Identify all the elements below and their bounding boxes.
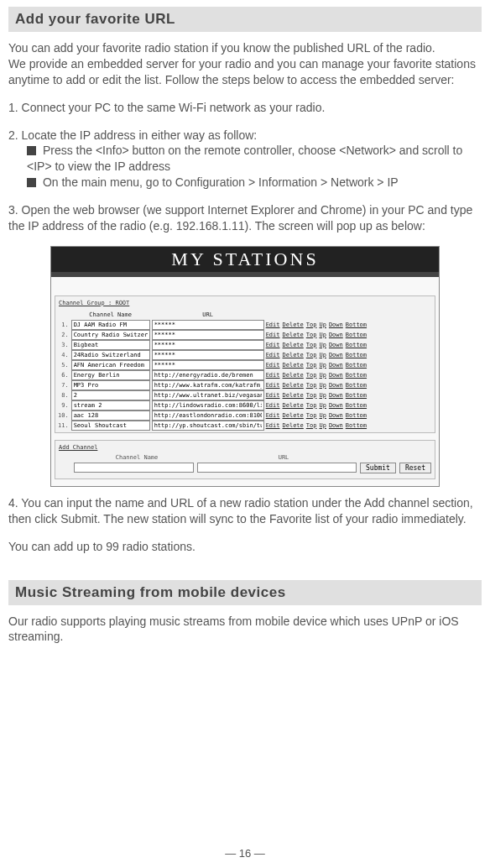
- up-link[interactable]: Up: [319, 352, 326, 358]
- up-link[interactable]: Up: [319, 372, 326, 379]
- edit-link[interactable]: Edit: [266, 392, 280, 399]
- delete-link[interactable]: Delete: [283, 422, 304, 429]
- delete-link[interactable]: Delete: [283, 352, 304, 358]
- bottom-link[interactable]: Bottom: [346, 412, 367, 419]
- delete-link[interactable]: Delete: [283, 392, 304, 399]
- top-link[interactable]: Top: [306, 332, 317, 338]
- bottom-link[interactable]: Bottom: [346, 322, 367, 328]
- up-link[interactable]: Up: [319, 342, 326, 348]
- top-link[interactable]: Top: [306, 352, 317, 358]
- add-name-input[interactable]: [74, 463, 194, 473]
- step-3-text: 3. Open the web browser (we support Inte…: [8, 203, 472, 233]
- add-name-col-label: Channel Name: [74, 454, 200, 461]
- channel-url-input[interactable]: [152, 400, 264, 410]
- reset-button[interactable]: Reset: [399, 463, 431, 473]
- channel-name-input[interactable]: [71, 340, 150, 350]
- edit-link[interactable]: Edit: [266, 382, 280, 389]
- channel-url-input[interactable]: [152, 340, 264, 350]
- channel-name-input[interactable]: [71, 370, 150, 380]
- row-number: 8.: [57, 390, 70, 400]
- delete-link[interactable]: Delete: [283, 322, 304, 328]
- down-link[interactable]: Down: [329, 412, 343, 419]
- top-link[interactable]: Top: [306, 402, 317, 409]
- channel-url-input[interactable]: [152, 390, 264, 400]
- up-link[interactable]: Up: [319, 422, 326, 429]
- channel-name-input[interactable]: [71, 410, 150, 421]
- add-url-input[interactable]: [197, 463, 357, 473]
- channel-url-input[interactable]: [152, 320, 264, 330]
- top-link[interactable]: Top: [306, 322, 317, 328]
- up-link[interactable]: Up: [319, 392, 326, 399]
- down-link[interactable]: Down: [329, 362, 343, 369]
- channel-url-input[interactable]: [152, 330, 264, 340]
- down-link[interactable]: Down: [329, 382, 343, 389]
- channel-url-input[interactable]: [152, 421, 264, 431]
- edit-link[interactable]: Edit: [266, 332, 280, 338]
- top-link[interactable]: Top: [306, 362, 317, 369]
- channel-url-input[interactable]: [152, 410, 264, 421]
- channel-name-input[interactable]: [71, 320, 150, 330]
- edit-link[interactable]: Edit: [266, 362, 280, 369]
- edit-link[interactable]: Edit: [266, 342, 280, 348]
- edit-link[interactable]: Edit: [266, 352, 280, 358]
- up-link[interactable]: Up: [319, 322, 326, 328]
- up-link[interactable]: Up: [319, 382, 326, 389]
- up-link[interactable]: Up: [319, 412, 326, 419]
- square-bullet-icon: [27, 178, 36, 187]
- down-link[interactable]: Down: [329, 352, 343, 358]
- up-link[interactable]: Up: [319, 332, 326, 338]
- channel-name-input[interactable]: [71, 350, 150, 360]
- channel-name-input[interactable]: [71, 421, 150, 431]
- top-link[interactable]: Top: [306, 412, 317, 419]
- delete-link[interactable]: Delete: [283, 362, 304, 369]
- down-link[interactable]: Down: [329, 422, 343, 429]
- down-link[interactable]: Down: [329, 322, 343, 328]
- bottom-link[interactable]: Bottom: [346, 342, 367, 348]
- submit-button[interactable]: Submit: [360, 463, 396, 473]
- edit-link[interactable]: Edit: [266, 422, 280, 429]
- page-number-value: 16: [239, 847, 251, 860]
- delete-link[interactable]: Delete: [283, 342, 304, 348]
- top-link[interactable]: Top: [306, 342, 317, 348]
- station-limit-text: You can add up to 99 radio stations.: [8, 539, 482, 555]
- delete-link[interactable]: Delete: [283, 402, 304, 409]
- down-link[interactable]: Down: [329, 372, 343, 379]
- bottom-link[interactable]: Bottom: [346, 332, 367, 338]
- down-link[interactable]: Down: [329, 332, 343, 338]
- bottom-link[interactable]: Bottom: [346, 382, 367, 389]
- bottom-link[interactable]: Bottom: [346, 362, 367, 369]
- channel-name-input[interactable]: [71, 330, 150, 340]
- down-link[interactable]: Down: [329, 392, 343, 399]
- delete-link[interactable]: Delete: [283, 412, 304, 419]
- bottom-link[interactable]: Bottom: [346, 402, 367, 409]
- top-link[interactable]: Top: [306, 422, 317, 429]
- bottom-link[interactable]: Bottom: [346, 392, 367, 399]
- bottom-link[interactable]: Bottom: [346, 372, 367, 379]
- top-link[interactable]: Top: [306, 372, 317, 379]
- edit-link[interactable]: Edit: [266, 372, 280, 379]
- up-link[interactable]: Up: [319, 362, 326, 369]
- channel-name-input[interactable]: [71, 380, 150, 390]
- step-2-b1-text: Press the <Info> button on the remote co…: [27, 144, 462, 173]
- delete-link[interactable]: Delete: [283, 382, 304, 389]
- channel-name-input[interactable]: [71, 390, 150, 400]
- down-link[interactable]: Down: [329, 342, 343, 348]
- delete-link[interactable]: Delete: [283, 332, 304, 338]
- down-link[interactable]: Down: [329, 402, 343, 409]
- channel-url-input[interactable]: [152, 380, 264, 390]
- channel-name-input[interactable]: [71, 400, 150, 410]
- up-link[interactable]: Up: [319, 402, 326, 409]
- top-link[interactable]: Top: [306, 382, 317, 389]
- top-link[interactable]: Top: [306, 392, 317, 399]
- delete-link[interactable]: Delete: [283, 372, 304, 379]
- bottom-link[interactable]: Bottom: [346, 422, 367, 429]
- edit-link[interactable]: Edit: [266, 402, 280, 409]
- channel-url-input[interactable]: [152, 360, 264, 370]
- bottom-link[interactable]: Bottom: [346, 352, 367, 358]
- table-row: 1.EditDeleteTopUpDownBottom: [57, 320, 433, 330]
- edit-link[interactable]: Edit: [266, 412, 280, 419]
- channel-name-input[interactable]: [71, 360, 150, 370]
- edit-link[interactable]: Edit: [266, 322, 280, 328]
- channel-url-input[interactable]: [152, 370, 264, 380]
- channel-url-input[interactable]: [152, 350, 264, 360]
